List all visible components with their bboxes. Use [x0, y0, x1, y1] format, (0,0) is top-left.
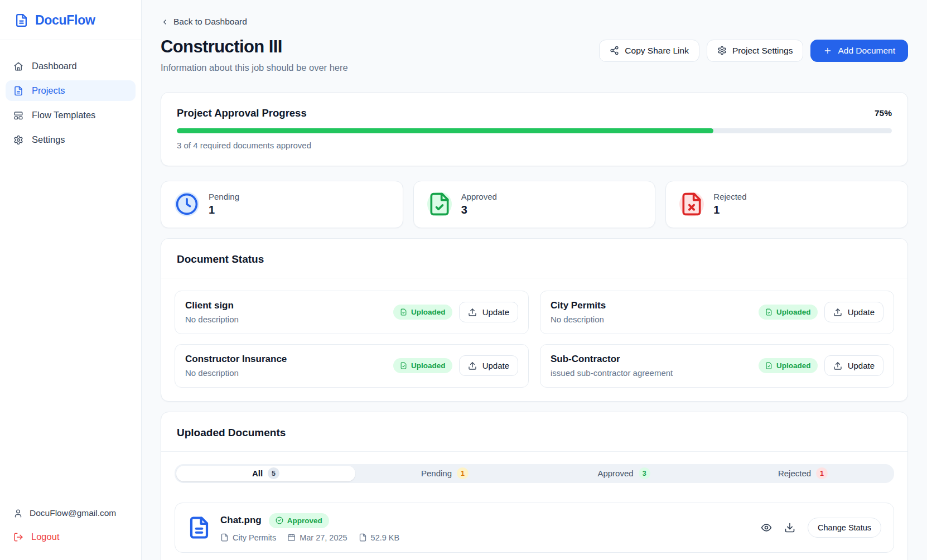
status-item-sub-contractor: Sub-Contractor issued sub-contractor agr… — [540, 344, 894, 388]
document-status-title: Document Status — [177, 253, 264, 265]
page-title: Construction III — [161, 37, 348, 57]
sidebar-item-label: Dashboard — [32, 61, 77, 71]
document-status-grid: Client sign No description Uploaded Upda… — [175, 291, 894, 388]
add-document-label: Add Document — [838, 46, 895, 56]
document-name: Chat.png — [220, 515, 262, 526]
sidebar-nav: Dashboard Projects Flow Templates Settin… — [0, 40, 141, 498]
uploaded-documents-card: Uploaded Documents All 5 Pending 1 Appro… — [161, 412, 908, 560]
tab-label: All — [252, 469, 263, 478]
upload-icon — [468, 308, 477, 317]
status-item-name: Sub-Contractor — [551, 354, 673, 365]
tab-label: Pending — [421, 469, 452, 478]
sidebar-footer: DocuFlow@gmail.com Logout — [0, 498, 141, 560]
file-icon — [359, 533, 367, 542]
document-status-card: Document Status Client sign No descripti… — [161, 238, 908, 402]
uploaded-badge-label: Uploaded — [411, 308, 446, 316]
uploaded-documents-title: Uploaded Documents — [177, 427, 286, 438]
logout-label: Logout — [31, 532, 59, 542]
home-icon — [13, 61, 23, 71]
status-item-constructor-insurance: Constructor Insurance No description Upl… — [175, 344, 529, 388]
upload-icon — [833, 361, 842, 370]
progress-caption: 3 of 4 required documents approved — [177, 141, 892, 150]
copy-share-link-label: Copy Share Link — [625, 46, 689, 56]
file-icon — [220, 533, 229, 542]
status-item-name: City Permits — [551, 300, 606, 311]
update-button[interactable]: Update — [459, 302, 518, 322]
document-file-icon — [187, 515, 211, 540]
page-subtitle: Information about this job should be ove… — [161, 62, 348, 73]
status-item-client-sign: Client sign No description Uploaded Upda… — [175, 291, 529, 334]
back-to-dashboard-link[interactable]: Back to Dashboard — [161, 17, 247, 27]
documents-filter-tabs: All 5 Pending 1 Approved 3 Rejected 1 — [175, 464, 894, 483]
stat-card-rejected: Rejected 1 — [665, 181, 908, 228]
app-window: DocuFlow Dashboard Projects Flow Templat… — [0, 0, 927, 560]
change-status-button[interactable]: Change Status — [808, 518, 881, 538]
uploaded-badge: Uploaded — [393, 305, 452, 320]
logout-button[interactable]: Logout — [13, 532, 128, 542]
status-item-description: No description — [551, 315, 606, 324]
update-button-label: Update — [482, 361, 509, 370]
user-icon — [13, 509, 23, 518]
tab-count-badge: 3 — [639, 467, 650, 479]
stat-label: Approved — [461, 192, 497, 201]
brand-name: DocuFlow — [35, 13, 95, 28]
sidebar-item-dashboard[interactable]: Dashboard — [6, 56, 136, 76]
add-document-button[interactable]: Add Document — [810, 40, 908, 62]
file-icon — [765, 308, 773, 316]
account-email: DocuFlow@gmail.com — [13, 508, 128, 518]
chevron-left-icon — [161, 18, 169, 26]
tab-count-badge: 1 — [457, 467, 469, 479]
document-date: Mar 27, 2025 — [287, 533, 347, 542]
file-icon — [15, 13, 28, 27]
approved-status-badge: Approved — [269, 513, 329, 528]
update-button[interactable]: Update — [824, 355, 883, 376]
file-icon — [13, 86, 23, 96]
uploaded-badge-label: Uploaded — [411, 361, 446, 370]
stat-card-approved: Approved 3 — [413, 181, 656, 228]
sidebar-item-label: Flow Templates — [32, 110, 95, 120]
page-header-text: Construction III Information about this … — [161, 37, 348, 73]
tab-all[interactable]: All 5 — [176, 466, 355, 481]
status-item-description: issued sub-contractor agreement — [551, 368, 673, 378]
document-size: 52.9 KB — [359, 533, 400, 542]
project-settings-label: Project Settings — [732, 46, 793, 56]
uploaded-badge: Uploaded — [759, 358, 818, 373]
tab-pending[interactable]: Pending 1 — [355, 466, 534, 481]
tab-count-badge: 5 — [268, 467, 279, 479]
upload-icon — [833, 308, 842, 317]
file-check-icon — [427, 192, 452, 216]
stat-label: Rejected — [713, 192, 746, 201]
tab-approved[interactable]: Approved 3 — [534, 466, 713, 481]
status-item-name: Client sign — [185, 300, 239, 311]
account-email-text: DocuFlow@gmail.com — [30, 508, 116, 518]
calendar-icon — [287, 533, 296, 542]
plus-icon — [823, 46, 832, 55]
download-icon[interactable] — [784, 522, 795, 533]
gear-icon — [717, 46, 727, 55]
document-row: Chat.png Approved City Permits — [175, 503, 894, 553]
preview-eye-icon[interactable] — [761, 522, 772, 533]
sidebar-item-projects[interactable]: Projects — [6, 80, 136, 101]
document-date-label: Mar 27, 2025 — [300, 533, 347, 542]
status-item-description: No description — [185, 315, 239, 324]
logout-icon — [13, 532, 23, 542]
tab-label: Rejected — [778, 469, 811, 478]
sidebar-item-flow-templates[interactable]: Flow Templates — [6, 105, 136, 125]
uploaded-badge: Uploaded — [759, 305, 818, 320]
tab-rejected[interactable]: Rejected 1 — [713, 466, 892, 481]
status-item-description: No description — [185, 368, 287, 378]
check-circle-icon — [276, 516, 283, 524]
sidebar-item-settings[interactable]: Settings — [6, 129, 136, 150]
status-item-city-permits: City Permits No description Uploaded Upd… — [540, 291, 894, 334]
copy-share-link-button[interactable]: Copy Share Link — [599, 40, 699, 62]
project-settings-button[interactable]: Project Settings — [707, 40, 804, 62]
progress-percent: 75% — [875, 108, 892, 118]
clock-icon — [175, 192, 199, 216]
update-button[interactable]: Update — [459, 355, 518, 376]
gear-icon — [13, 135, 23, 145]
header-actions: Copy Share Link Project Settings Add Doc… — [599, 40, 908, 62]
tab-count-badge: 1 — [816, 467, 828, 479]
stat-value: 1 — [209, 204, 239, 216]
update-button[interactable]: Update — [824, 302, 883, 322]
document-category-label: City Permits — [233, 533, 276, 542]
